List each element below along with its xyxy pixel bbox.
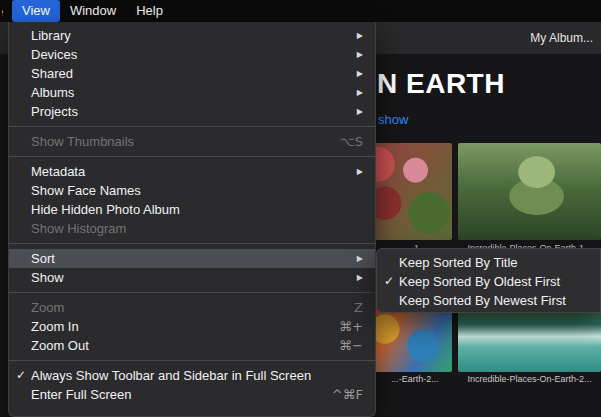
menu-item-label: Show	[31, 268, 347, 287]
menu-item-show[interactable]: Show ▶	[9, 268, 375, 287]
menu-item-label: Show Histogram	[31, 219, 363, 238]
submenu-item-keep-sorted-by-title[interactable]: Keep Sorted By Title	[377, 253, 600, 272]
submenu-arrow-icon: ▶	[357, 26, 363, 45]
checkmark-icon: ✓	[16, 366, 26, 385]
menu-item-shortcut: Z	[354, 298, 363, 317]
menu-item-label: Projects	[31, 102, 347, 121]
menu-item-shortcut: ⌥S	[340, 132, 363, 151]
menu-item-label: Zoom In	[31, 317, 329, 336]
menu-item-label: Always Show Toolbar and Sidebar in Full …	[31, 366, 363, 385]
submenu-arrow-icon: ▶	[357, 45, 363, 64]
menu-bar: e View Window Help	[0, 0, 601, 22]
photo-caption: ...-Earth-2...	[378, 374, 452, 384]
checkmark-icon: ✓	[384, 272, 394, 291]
submenu-item-keep-sorted-by-oldest-first[interactable]: ✓ Keep Sorted By Oldest First	[377, 272, 600, 291]
menubar-item-view[interactable]: View	[12, 0, 60, 22]
menu-item-label: Shared	[31, 64, 347, 83]
menu-item-enter-full-screen[interactable]: Enter Full Screen ^⌘F	[9, 385, 375, 404]
menu-item-hide-hidden-photo-album[interactable]: Hide Hidden Photo Album	[9, 200, 375, 219]
menu-separator	[9, 126, 375, 127]
my-albums-link[interactable]: My Album...	[530, 31, 593, 45]
submenu-arrow-icon: ▶	[357, 268, 363, 287]
menubar-item-window[interactable]: Window	[60, 0, 126, 22]
submenu-arrow-icon: ▶	[357, 162, 363, 181]
menu-item-label: Show Thumbnails	[31, 132, 330, 151]
menu-item-zoom: Zoom Z	[9, 298, 375, 317]
menu-item-show-face-names[interactable]: Show Face Names	[9, 181, 375, 200]
menu-item-label: Metadata	[31, 162, 347, 181]
menu-item-label: Keep Sorted By Newest First	[399, 291, 588, 310]
menu-item-sort[interactable]: Sort ▶	[9, 249, 375, 268]
submenu-arrow-icon: ▶	[357, 249, 363, 268]
submenu-arrow-icon: ▶	[357, 102, 363, 121]
view-menu: Library ▶ Devices ▶ Shared ▶ Albums ▶ Pr…	[8, 22, 376, 417]
menu-separator	[9, 243, 375, 244]
album-title: N EARTH	[377, 68, 505, 100]
menu-item-shortcut: ⌘+	[339, 317, 363, 336]
menu-item-label: Keep Sorted By Oldest First	[399, 272, 588, 291]
menu-item-label: Library	[31, 26, 347, 45]
photo-caption: Incredible-Places-On-Earth-2...	[458, 374, 601, 384]
menu-item-label: Zoom	[31, 298, 344, 317]
menu-separator	[9, 156, 375, 157]
menu-item-label: Sort	[31, 249, 347, 268]
menu-item-shared[interactable]: Shared ▶	[9, 64, 375, 83]
menu-separator	[9, 292, 375, 293]
menu-item-projects[interactable]: Projects ▶	[9, 102, 375, 121]
photo-thumbnail[interactable]	[458, 143, 601, 240]
menu-item-devices[interactable]: Devices ▶	[9, 45, 375, 64]
menubar-item-help[interactable]: Help	[126, 0, 173, 22]
menu-item-shortcut: ^⌘F	[332, 385, 363, 404]
menu-item-label: Keep Sorted By Title	[399, 253, 588, 272]
menu-separator	[9, 360, 375, 361]
menu-item-albums[interactable]: Albums ▶	[9, 83, 375, 102]
photo-thumbnail[interactable]	[458, 306, 601, 372]
menu-item-library[interactable]: Library ▶	[9, 26, 375, 45]
menu-item-zoom-in[interactable]: Zoom In ⌘+	[9, 317, 375, 336]
sort-submenu: Keep Sorted By Title ✓ Keep Sorted By Ol…	[376, 248, 601, 313]
menu-item-metadata[interactable]: Metadata ▶	[9, 162, 375, 181]
menu-item-label: Albums	[31, 83, 347, 102]
menu-item-show-histogram: Show Histogram	[9, 219, 375, 238]
menu-item-label: Show Face Names	[31, 181, 363, 200]
menu-item-always-show-toolbar[interactable]: ✓ Always Show Toolbar and Sidebar in Ful…	[9, 366, 375, 385]
menu-item-zoom-out[interactable]: Zoom Out ⌘−	[9, 336, 375, 355]
submenu-arrow-icon: ▶	[357, 83, 363, 102]
menu-item-label: Enter Full Screen	[31, 385, 322, 404]
slideshow-link[interactable]: show	[378, 112, 408, 127]
menu-bar-partial-item: e	[2, 4, 12, 19]
submenu-item-keep-sorted-by-newest-first[interactable]: Keep Sorted By Newest First	[377, 291, 600, 310]
menu-item-show-thumbnails: Show Thumbnails ⌥S	[9, 132, 375, 151]
menu-item-label: Devices	[31, 45, 347, 64]
menu-item-shortcut: ⌘−	[339, 336, 363, 355]
menu-item-label: Zoom Out	[31, 336, 329, 355]
screen: My Album... N EARTH show ...-1... Incred…	[0, 0, 601, 417]
submenu-arrow-icon: ▶	[357, 64, 363, 83]
menu-item-label: Hide Hidden Photo Album	[31, 200, 363, 219]
